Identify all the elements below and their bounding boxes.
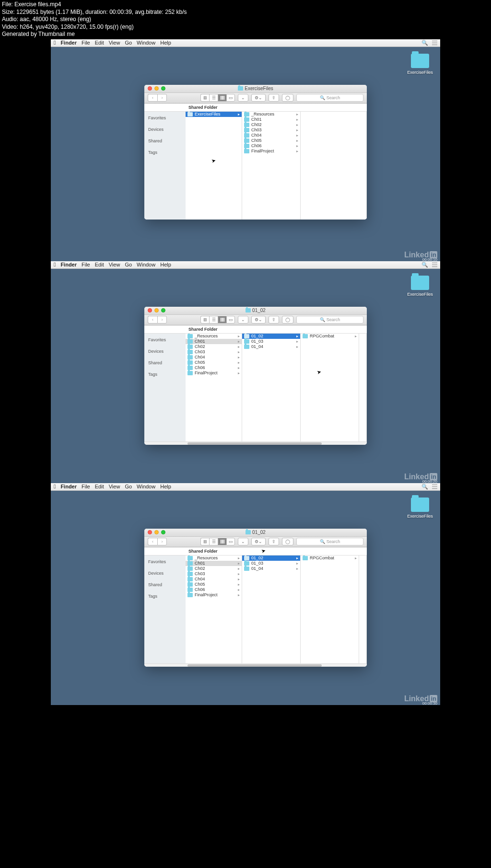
- menu-edit[interactable]: Edit: [95, 262, 104, 267]
- folder-row[interactable]: ExerciseFiles ▸: [186, 112, 242, 117]
- folder-row[interactable]: Ch03 ▸: [186, 571, 242, 577]
- menu-window[interactable]: Window: [137, 484, 155, 489]
- menu-window[interactable]: Window: [137, 262, 155, 267]
- tags-button[interactable]: ◯: [282, 94, 293, 102]
- forward-button[interactable]: ›: [157, 94, 167, 102]
- folder-row[interactable]: Ch01 ▸: [186, 339, 242, 344]
- desktop-folder-exercisefiles[interactable]: ExerciseFiles: [406, 54, 434, 75]
- folder-row[interactable]: 01_04 ▸: [242, 566, 300, 571]
- folder-row[interactable]: 01_03 ▸: [242, 561, 300, 566]
- folder-row[interactable]: Ch05 ▸: [186, 582, 242, 587]
- tags-button[interactable]: ◯: [282, 316, 293, 324]
- coverflow-view-button[interactable]: ▭: [226, 94, 235, 102]
- folder-row[interactable]: RPGCombat ▸: [301, 334, 359, 339]
- folder-row[interactable]: Ch04 ▸: [242, 133, 300, 138]
- desktop-folder-exercisefiles[interactable]: ExerciseFiles: [406, 276, 434, 297]
- search-field[interactable]: 🔍 Search: [296, 316, 363, 324]
- minimize-button[interactable]: [154, 530, 159, 534]
- titlebar[interactable]: ExerciseFiles: [144, 85, 367, 93]
- folder-row[interactable]: Ch01 ▸: [186, 561, 242, 566]
- action-button[interactable]: ⚙︎⌄: [251, 94, 266, 102]
- menu-finder[interactable]: Finder: [60, 484, 77, 489]
- menu-view[interactable]: View: [109, 262, 120, 267]
- spotlight-icon[interactable]: 🔍: [421, 484, 428, 490]
- folder-row[interactable]: Ch01 ▸: [242, 117, 300, 122]
- menu-view[interactable]: View: [109, 484, 120, 489]
- folder-row[interactable]: Ch04 ▸: [186, 577, 242, 582]
- folder-row[interactable]: 01_02 ▸: [242, 556, 300, 561]
- menu-help[interactable]: Help: [160, 484, 171, 489]
- folder-row[interactable]: _Resources ▸: [242, 112, 300, 117]
- menu-help[interactable]: Help: [160, 40, 171, 46]
- icon-view-button[interactable]: ⊞: [200, 94, 209, 102]
- spotlight-icon[interactable]: 🔍: [421, 262, 428, 268]
- search-field[interactable]: 🔍 Search: [296, 538, 363, 545]
- share-button[interactable]: ⇧: [269, 94, 279, 102]
- scrollbar-thumb[interactable]: [187, 664, 322, 667]
- coverflow-view-button[interactable]: ▭: [226, 538, 235, 545]
- folder-row[interactable]: 01_04 ▸: [242, 344, 300, 349]
- folder-row[interactable]: Ch06 ▸: [186, 365, 242, 370]
- menu-help[interactable]: Help: [160, 262, 171, 267]
- folder-row[interactable]: _Resources ▸: [186, 556, 242, 561]
- maximize-button[interactable]: [161, 530, 165, 534]
- close-button[interactable]: [148, 86, 152, 91]
- sidebar-tags[interactable]: Tags: [144, 593, 186, 600]
- folder-row[interactable]: Ch02 ▸: [242, 122, 300, 127]
- menu-go[interactable]: Go: [125, 262, 132, 267]
- horizontal-scrollbar[interactable]: [144, 441, 367, 445]
- folder-row[interactable]: 01_03 ▸: [242, 339, 300, 344]
- menu-finder[interactable]: Finder: [60, 40, 77, 46]
- titlebar[interactable]: 01_02: [144, 529, 367, 537]
- arrange-button[interactable]: ⌄: [238, 538, 248, 545]
- column-view-button[interactable]: [218, 538, 226, 545]
- share-button[interactable]: ⇧: [269, 538, 279, 545]
- menu-go[interactable]: Go: [125, 484, 132, 489]
- titlebar[interactable]: 01_02: [144, 307, 367, 315]
- folder-row[interactable]: RPGCombat ▸: [301, 556, 359, 561]
- menu-edit[interactable]: Edit: [95, 484, 104, 489]
- desktop-folder-exercisefiles[interactable]: ExerciseFiles: [406, 498, 434, 519]
- folder-row[interactable]: Ch03 ▸: [242, 127, 300, 133]
- sidebar-tags[interactable]: Tags: [144, 371, 186, 378]
- sidebar-shared[interactable]: Shared: [144, 138, 186, 144]
- maximize-button[interactable]: [161, 86, 165, 91]
- folder-row[interactable]: FinalProject ▸: [186, 592, 242, 598]
- sidebar-tags[interactable]: Tags: [144, 149, 186, 156]
- minimize-button[interactable]: [154, 86, 159, 91]
- folder-row[interactable]: FinalProject ▸: [242, 149, 300, 154]
- sidebar-devices[interactable]: Devices: [144, 570, 186, 577]
- column-view-button[interactable]: [218, 316, 226, 324]
- menu-view[interactable]: View: [109, 40, 120, 46]
- menu-edit[interactable]: Edit: [95, 40, 104, 46]
- close-button[interactable]: [148, 530, 152, 534]
- folder-row[interactable]: Ch05 ▸: [242, 138, 300, 143]
- apple-menu-icon[interactable]: : [54, 39, 56, 46]
- icon-view-button[interactable]: ⊞: [200, 316, 209, 324]
- notification-center-icon[interactable]: [432, 41, 437, 45]
- menu-window[interactable]: Window: [137, 40, 155, 46]
- folder-row[interactable]: Ch06 ▸: [242, 143, 300, 149]
- menu-file[interactable]: File: [82, 40, 90, 46]
- maximize-button[interactable]: [161, 308, 165, 312]
- coverflow-view-button[interactable]: ▭: [226, 316, 235, 324]
- folder-row[interactable]: _Resources ▸: [186, 334, 242, 339]
- back-button[interactable]: ‹: [148, 538, 157, 545]
- forward-button[interactable]: ›: [157, 538, 167, 545]
- sidebar-favorites[interactable]: Favorites: [144, 558, 186, 565]
- back-button[interactable]: ‹: [148, 316, 157, 324]
- share-button[interactable]: ⇧: [269, 316, 279, 324]
- sidebar-favorites[interactable]: Favorites: [144, 336, 186, 343]
- folder-row[interactable]: Ch05 ▸: [186, 360, 242, 365]
- folder-row[interactable]: Ch06 ▸: [186, 587, 242, 592]
- sidebar-devices[interactable]: Devices: [144, 348, 186, 355]
- menu-file[interactable]: File: [82, 484, 90, 489]
- menu-finder[interactable]: Finder: [60, 262, 77, 267]
- scrollbar-thumb[interactable]: [187, 442, 322, 445]
- notification-center-icon[interactable]: [432, 263, 437, 267]
- sidebar-favorites[interactable]: Favorites: [144, 115, 186, 121]
- arrange-button[interactable]: ⌄: [238, 94, 248, 102]
- menu-go[interactable]: Go: [125, 40, 132, 46]
- folder-row[interactable]: Ch02 ▸: [186, 566, 242, 571]
- arrange-button[interactable]: ⌄: [238, 316, 248, 324]
